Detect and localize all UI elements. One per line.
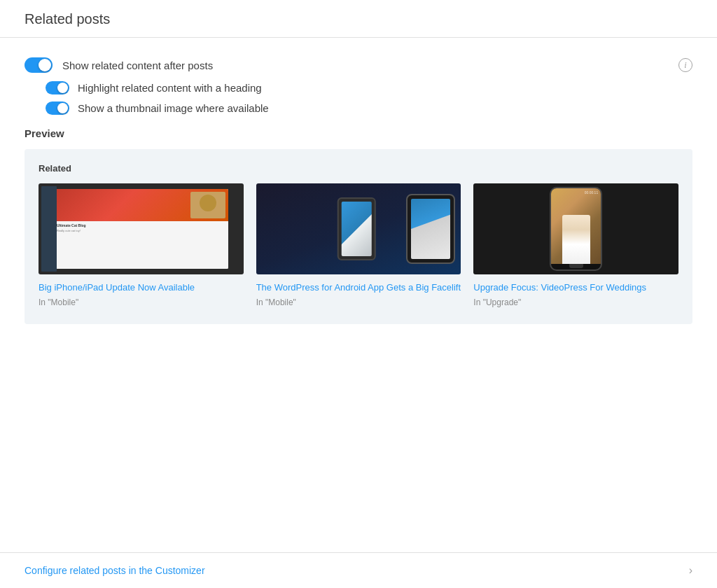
decorative-screen1 xyxy=(342,202,372,256)
info-icon[interactable]: i xyxy=(678,58,692,72)
page-title: Related posts xyxy=(25,11,692,27)
decorative-home-button xyxy=(569,264,583,268)
decorative-phone: 00:00:11 xyxy=(550,187,602,271)
post-category-1: In "Mobile" xyxy=(39,298,244,307)
decorative-bride xyxy=(562,215,590,264)
toggle-heading[interactable] xyxy=(46,81,69,94)
post-thumbnail-2 xyxy=(256,183,461,274)
toggle-show-related[interactable] xyxy=(25,57,53,73)
post-thumbnail-3: 00:00:11 xyxy=(473,183,678,274)
heading-toggle-row: Highlight related content with a heading xyxy=(46,81,692,94)
post-thumbnail-1: Ultimate Cat Blog Really cute cat toy! xyxy=(39,183,244,274)
post-title-2[interactable]: The WordPress for Android App Gets a Big… xyxy=(256,281,461,294)
toggle-heading-label: Highlight related content with a heading xyxy=(78,82,262,94)
page-header: Related posts xyxy=(0,0,717,38)
preview-posts-grid: Ultimate Cat Blog Really cute cat toy! B… xyxy=(39,183,678,307)
decorative-screen3: 00:00:11 xyxy=(551,188,601,264)
thumbnail-toggle-row: Show a thumbnail image where available xyxy=(46,102,692,115)
toggle-thumbnail-label: Show a thumbnail image where available xyxy=(78,102,269,114)
post-title-3[interactable]: Upgrade Focus: VideoPress For Weddings xyxy=(473,281,678,294)
decorative-screen: Ultimate Cat Blog Really cute cat toy! xyxy=(54,189,228,269)
decorative-sidebar xyxy=(41,186,57,272)
post-title-1[interactable]: Big iPhone/iPad Update Now Available xyxy=(39,281,244,294)
decorative-device2 xyxy=(406,194,455,264)
main-toggle-row: Show related content after posts i xyxy=(25,57,692,73)
footer-link-text: Configure related posts in the Customize… xyxy=(25,565,205,576)
related-label: Related xyxy=(39,163,678,174)
decorative-time: 00:00:11 xyxy=(585,190,598,195)
post-category-3: In "Upgrade" xyxy=(473,298,678,307)
post-category-2: In "Mobile" xyxy=(256,298,461,307)
list-item: The WordPress for Android App Gets a Big… xyxy=(256,183,461,307)
list-item: Ultimate Cat Blog Really cute cat toy! B… xyxy=(39,183,244,307)
toggle-main-label: Show related content after posts xyxy=(62,59,213,71)
main-content: Show related content after posts i Highl… xyxy=(0,38,717,552)
page-container: Related posts Show related content after… xyxy=(0,0,717,588)
chevron-right-icon: › xyxy=(689,564,692,577)
decorative-cat xyxy=(190,192,225,218)
decorative-content: Ultimate Cat Blog Really cute cat toy! xyxy=(54,221,228,270)
decorative-device1 xyxy=(337,197,376,260)
decorative-sub: Really cute cat toy! xyxy=(57,229,225,232)
decorative-top xyxy=(54,189,228,221)
list-item: 00:00:11 Upgrade Focus: VideoPress For W… xyxy=(473,183,678,307)
preview-heading: Preview xyxy=(25,127,692,139)
decorative-title: Ultimate Cat Blog xyxy=(57,223,225,227)
decorative-screen2 xyxy=(411,199,450,259)
preview-box: Related Ultimate Cat Blog Really cute ca… xyxy=(25,149,692,324)
toggle-thumbnail[interactable] xyxy=(46,102,69,115)
footer-customizer-link[interactable]: Configure related posts in the Customize… xyxy=(0,552,717,588)
